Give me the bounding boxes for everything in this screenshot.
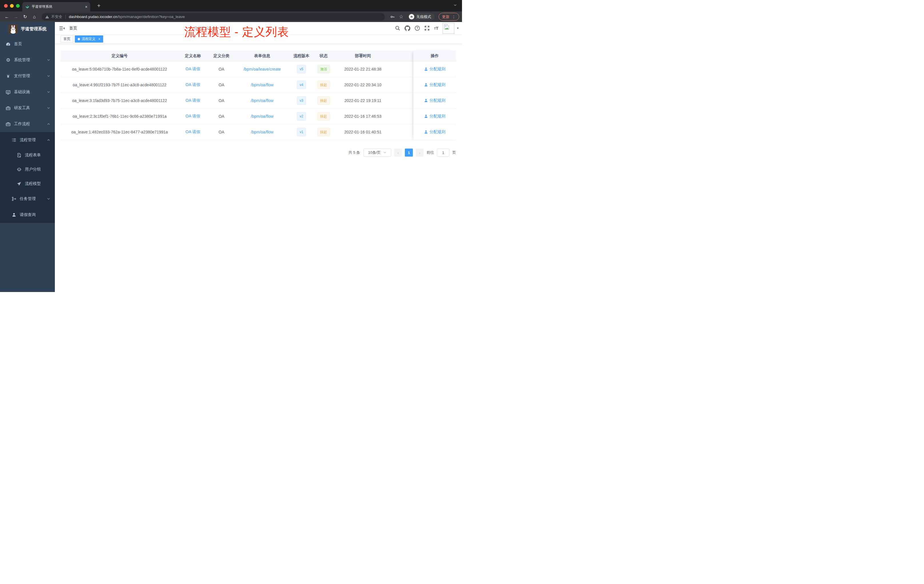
chevron-up-icon bbox=[47, 122, 50, 126]
workflow-submenu: 流程管理 流程表单 用户分组 流程模型 bbox=[0, 132, 55, 223]
user-icon bbox=[424, 99, 428, 102]
breadcrumb: 首页 / 流程定义 bbox=[69, 26, 222, 31]
person-icon bbox=[12, 213, 16, 218]
definition-name-link[interactable]: OA 请假 bbox=[185, 98, 200, 103]
app-title: 芋道管理系统 bbox=[21, 26, 46, 32]
definition-name-link[interactable]: OA 请假 bbox=[185, 82, 200, 87]
tag-process-definition[interactable]: 流程定义 × bbox=[75, 35, 103, 43]
minimize-window-button[interactable] bbox=[10, 4, 14, 8]
sidebar-item-system[interactable]: ⚙ 系统管理 bbox=[0, 52, 55, 68]
forward-button[interactable]: → bbox=[12, 13, 20, 21]
definition-name-link[interactable]: OA 请假 bbox=[185, 129, 200, 135]
assign-rule-link[interactable]: 分配规则 bbox=[424, 82, 446, 87]
github-icon[interactable] bbox=[404, 25, 410, 31]
address-bar[interactable]: 不安全 dashboard.yudao.iocoder.cn/bpm/manag… bbox=[42, 13, 385, 21]
cell-category: OA bbox=[207, 61, 236, 77]
hamburger-icon[interactable] bbox=[55, 22, 69, 34]
sidebar-item-task-mgmt[interactable]: 任务管理 bbox=[0, 191, 55, 207]
assign-rule-link[interactable]: 分配规则 bbox=[424, 98, 446, 103]
sidebar-item-label: 研发工具 bbox=[14, 106, 30, 111]
avatar[interactable] bbox=[442, 23, 454, 34]
browser-menu-icon[interactable]: ⋮ bbox=[452, 15, 456, 19]
sidebar-item-devtools[interactable]: 研发工具 bbox=[0, 100, 55, 116]
sidebar-item-label: 流程模型 bbox=[25, 181, 41, 186]
form-link[interactable]: /bpm/oa/flow bbox=[251, 98, 274, 103]
pagination: 共 5 条 10条/页 ‹ 1 › 前往 1 页 bbox=[61, 148, 456, 157]
user-icon bbox=[424, 67, 428, 71]
form-link[interactable]: /bpm/oa/flow bbox=[251, 130, 274, 134]
zoom-window-button[interactable] bbox=[16, 4, 20, 8]
tab-search-chevron-icon[interactable] bbox=[454, 3, 457, 7]
home-button[interactable]: ⌂ bbox=[30, 13, 38, 21]
favicon-sprout-icon bbox=[25, 5, 30, 9]
table-row: oa_leave:2:3c1f0ef1-76b1-11ec-9c66-a2380… bbox=[61, 109, 413, 124]
table-row: oa_leave:4:991f2193-7b7f-11ec-a3c8-acde4… bbox=[61, 77, 413, 93]
sidebar-item-process-form[interactable]: 流程表单 bbox=[0, 148, 55, 162]
definition-name-link[interactable]: OA 请假 bbox=[185, 114, 200, 119]
refresh-button[interactable]: ↻ bbox=[21, 13, 29, 21]
avatar-caret-icon[interactable]: ▾ bbox=[457, 26, 459, 30]
bookmark-star-icon[interactable]: ☆ bbox=[398, 14, 405, 20]
fullscreen-icon[interactable] bbox=[424, 25, 430, 31]
assign-rule-link[interactable]: 分配规则 bbox=[424, 66, 446, 72]
url-text: dashboard.yudao.iocoder.cn/bpm/manager/d… bbox=[69, 15, 185, 19]
cell-category: OA bbox=[207, 124, 236, 140]
yen-icon: ¥ bbox=[6, 74, 11, 79]
paper-plane-icon bbox=[16, 181, 21, 186]
assign-rule-link[interactable]: 分配规则 bbox=[424, 114, 446, 119]
sidebar-item-workflow[interactable]: 工作流程 bbox=[0, 116, 55, 132]
sidebar-item-label: 用户分组 bbox=[25, 167, 41, 172]
definition-name-link[interactable]: OA 请假 bbox=[185, 66, 200, 72]
version-badge: v3 bbox=[297, 96, 306, 105]
help-icon[interactable]: ? bbox=[414, 25, 420, 31]
chevron-up-icon bbox=[47, 138, 50, 142]
cell-id: oa_leave:5:004b710b-7b8a-11ec-8ef0-acde4… bbox=[61, 61, 178, 77]
sidebar-item-label: 系统管理 bbox=[14, 58, 30, 63]
page-size-select[interactable]: 10条/页 bbox=[363, 148, 391, 157]
breadcrumb-current: 流程定义 bbox=[193, 26, 222, 31]
page-1-button[interactable]: 1 bbox=[405, 148, 413, 157]
sidebar-item-process-mgmt[interactable]: 流程管理 bbox=[0, 132, 55, 148]
sidebar-logo[interactable]: 芋道管理系统 bbox=[0, 22, 55, 36]
search-icon[interactable] bbox=[395, 25, 400, 31]
incognito-label: 无痕模式 bbox=[416, 14, 431, 20]
update-button[interactable]: 更新 ⋮ bbox=[439, 13, 459, 21]
back-button[interactable]: ← bbox=[3, 13, 11, 21]
content-area: 定义编号 定义名称 定义分类 表单信息 流程版本 状态 部署时间 oa_leav… bbox=[55, 44, 462, 292]
navbar: 首页 / 流程定义 ? TT bbox=[55, 22, 462, 34]
form-icon bbox=[16, 153, 21, 158]
sidebar-item-process-model[interactable]: 流程模型 bbox=[0, 177, 55, 191]
form-link[interactable]: /bpm/oa/leave/create bbox=[243, 67, 281, 71]
user-icon bbox=[424, 130, 428, 134]
sidebar-item-user-group[interactable]: 用户分组 bbox=[0, 162, 55, 177]
sidebar-item-payment[interactable]: ¥ 支付管理 bbox=[0, 68, 55, 84]
new-tab-button[interactable]: + bbox=[97, 3, 101, 9]
chevron-down-icon bbox=[383, 151, 386, 154]
browser-tab[interactable]: 芋道管理系统 × bbox=[22, 2, 90, 12]
key-icon[interactable] bbox=[389, 15, 396, 19]
prev-page-button[interactable]: ‹ bbox=[394, 148, 402, 157]
form-link[interactable]: /bpm/oa/flow bbox=[251, 114, 274, 119]
list-icon bbox=[12, 138, 16, 143]
fixed-action-column: 操作 分配规则 分配规则 分配规则 分配规则 分配规则 bbox=[413, 51, 456, 140]
close-window-button[interactable] bbox=[4, 4, 8, 8]
dashboard-icon bbox=[6, 42, 11, 46]
goto-page-input[interactable]: 1 bbox=[437, 148, 449, 157]
sidebar-item-leave-query[interactable]: 请假查询 bbox=[0, 207, 55, 223]
browser-tabstrip: 芋道管理系统 × + bbox=[0, 0, 462, 12]
user-icon bbox=[424, 83, 428, 87]
tag-close-icon[interactable]: × bbox=[98, 37, 100, 41]
version-badge: v1 bbox=[297, 128, 306, 136]
form-link[interactable]: /bpm/oa/flow bbox=[251, 82, 274, 87]
sidebar-item-infra[interactable]: 基础设施 bbox=[0, 84, 55, 100]
tab-close-icon[interactable]: × bbox=[85, 5, 87, 9]
chevron-down-icon bbox=[47, 74, 50, 78]
sidebar-item-label: 首页 bbox=[14, 41, 22, 46]
sidebar-item-home[interactable]: 首页 bbox=[0, 36, 55, 52]
next-page-button[interactable]: › bbox=[416, 148, 424, 157]
tag-home[interactable]: 首页 bbox=[61, 35, 73, 43]
update-label: 更新 bbox=[442, 14, 449, 20]
text-size-icon[interactable]: TT bbox=[434, 26, 438, 31]
assign-rule-link[interactable]: 分配规则 bbox=[424, 129, 446, 135]
breadcrumb-home[interactable]: 首页 bbox=[69, 26, 187, 31]
